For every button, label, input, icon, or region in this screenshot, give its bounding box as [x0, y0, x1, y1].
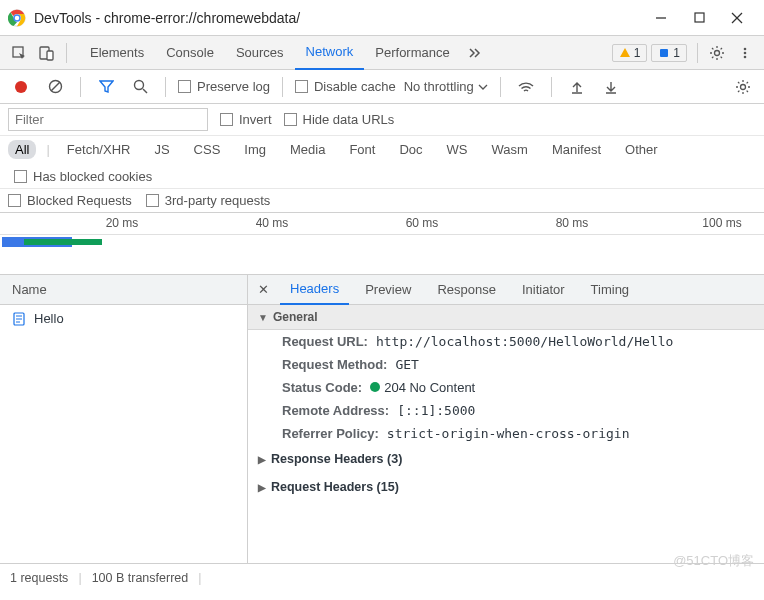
- request-headers-label: Request Headers (15): [271, 480, 399, 494]
- kebab-icon[interactable]: [732, 40, 758, 66]
- type-wasm[interactable]: Wasm: [485, 140, 535, 159]
- svg-point-14: [744, 55, 747, 58]
- timeline-tick: 60 ms: [406, 216, 439, 230]
- chrome-logo-icon: [8, 9, 26, 27]
- throttling-value: No throttling: [404, 79, 474, 94]
- detail-tab-timing[interactable]: Timing: [581, 275, 640, 305]
- options-row: Blocked Requests 3rd-party requests: [0, 189, 764, 213]
- response-headers-label: Response Headers (3): [271, 452, 402, 466]
- throttling-select[interactable]: No throttling: [404, 79, 488, 94]
- tab-network[interactable]: Network: [295, 36, 365, 70]
- detail-tab-headers[interactable]: Headers: [280, 275, 349, 305]
- warning-badge[interactable]: 1: [612, 44, 648, 62]
- svg-point-11: [715, 50, 720, 55]
- kv-referrer-policy: Referrer Policy:strict-origin-when-cross…: [248, 422, 764, 445]
- hide-data-urls-checkbox[interactable]: Hide data URLs: [284, 112, 395, 127]
- invert-label: Invert: [239, 112, 272, 127]
- timeline-tick: 20 ms: [106, 216, 139, 230]
- close-button[interactable]: [718, 2, 756, 34]
- status-requests: 1 requests: [10, 571, 68, 585]
- kv-remote-address: Remote Address:[::1]:5000: [248, 399, 764, 422]
- titlebar: DevTools - chrome-error://chromewebdata/: [0, 0, 764, 36]
- tab-performance[interactable]: Performance: [364, 36, 460, 70]
- timeline-tick: 40 ms: [256, 216, 289, 230]
- blocked-requests-label: Blocked Requests: [27, 193, 132, 208]
- request-headers-section[interactable]: ▶Request Headers (15): [248, 473, 764, 501]
- request-detail-pane: ✕ Headers Preview Response Initiator Tim…: [248, 275, 764, 563]
- type-css[interactable]: CSS: [187, 140, 228, 159]
- svg-rect-4: [695, 13, 704, 22]
- type-manifest[interactable]: Manifest: [545, 140, 608, 159]
- triangle-down-icon: ▼: [258, 312, 268, 323]
- separator: [697, 43, 698, 63]
- timeline[interactable]: 20 ms 40 ms 60 ms 80 ms 100 ms: [0, 213, 764, 275]
- info-count: 1: [673, 46, 680, 60]
- type-doc[interactable]: Doc: [392, 140, 429, 159]
- tab-console[interactable]: Console: [155, 36, 225, 70]
- record-button[interactable]: [8, 74, 34, 100]
- invert-checkbox[interactable]: Invert: [220, 112, 272, 127]
- type-all[interactable]: All: [8, 140, 36, 159]
- filter-input[interactable]: [8, 108, 208, 131]
- clear-button[interactable]: [42, 74, 68, 100]
- issue-badges[interactable]: 1 1: [612, 44, 687, 62]
- type-font[interactable]: Font: [342, 140, 382, 159]
- status-bar: 1 requests | 100 B transferred |: [0, 563, 764, 591]
- preserve-log-checkbox[interactable]: Preserve log: [178, 79, 270, 94]
- type-ws[interactable]: WS: [440, 140, 475, 159]
- maximize-button[interactable]: [680, 2, 718, 34]
- has-blocked-cookies-checkbox[interactable]: Has blocked cookies: [14, 169, 152, 184]
- detail-tab-initiator[interactable]: Initiator: [512, 275, 575, 305]
- triangle-right-icon: ▶: [258, 482, 266, 493]
- detail-tabs: ✕ Headers Preview Response Initiator Tim…: [248, 275, 764, 305]
- type-img[interactable]: Img: [237, 140, 273, 159]
- main-tabs: Elements Console Sources Network Perform…: [79, 36, 610, 70]
- type-separator: |: [46, 142, 49, 157]
- triangle-right-icon: ▶: [258, 454, 266, 465]
- request-name: Hello: [34, 311, 64, 326]
- filter-icon[interactable]: [93, 74, 119, 100]
- separator: [66, 43, 67, 63]
- separator: [80, 77, 81, 97]
- info-badge[interactable]: 1: [651, 44, 687, 62]
- separator: [282, 77, 283, 97]
- svg-rect-10: [660, 49, 668, 57]
- device-toggle-icon[interactable]: [34, 40, 60, 66]
- disable-cache-label: Disable cache: [314, 79, 396, 94]
- inspect-element-icon[interactable]: [6, 40, 32, 66]
- svg-point-13: [744, 51, 747, 54]
- blocked-requests-checkbox[interactable]: Blocked Requests: [8, 193, 132, 208]
- split-panes: Name Hello ✕ Headers Preview Response In…: [0, 275, 764, 563]
- watermark: @51CTO博客: [673, 552, 754, 570]
- detail-tab-preview[interactable]: Preview: [355, 275, 421, 305]
- warning-count: 1: [634, 46, 641, 60]
- has-blocked-label: Has blocked cookies: [33, 169, 152, 184]
- network-conditions-icon[interactable]: [513, 74, 539, 100]
- disable-cache-checkbox[interactable]: Disable cache: [295, 79, 396, 94]
- third-party-checkbox[interactable]: 3rd-party requests: [146, 193, 271, 208]
- network-toolbar: Preserve log Disable cache No throttling: [0, 70, 764, 104]
- more-tabs-icon[interactable]: [461, 40, 487, 66]
- request-list-header[interactable]: Name: [0, 275, 247, 305]
- general-section-header[interactable]: ▼General: [248, 305, 764, 330]
- type-js[interactable]: JS: [147, 140, 176, 159]
- tab-sources[interactable]: Sources: [225, 36, 295, 70]
- upload-har-icon[interactable]: [564, 74, 590, 100]
- type-media[interactable]: Media: [283, 140, 332, 159]
- kv-request-url: Request URL:http://localhost:5000/HelloW…: [248, 330, 764, 353]
- tab-elements[interactable]: Elements: [79, 36, 155, 70]
- type-fetchxhr[interactable]: Fetch/XHR: [60, 140, 138, 159]
- network-settings-icon[interactable]: [730, 74, 756, 100]
- settings-icon[interactable]: [704, 40, 730, 66]
- request-list-pane: Name Hello: [0, 275, 248, 563]
- svg-rect-9: [47, 51, 53, 60]
- type-other[interactable]: Other: [618, 140, 665, 159]
- close-detail-button[interactable]: ✕: [252, 282, 274, 297]
- minimize-button[interactable]: [642, 2, 680, 34]
- search-icon[interactable]: [127, 74, 153, 100]
- separator: [165, 77, 166, 97]
- download-har-icon[interactable]: [598, 74, 624, 100]
- request-row[interactable]: Hello: [0, 305, 247, 332]
- detail-tab-response[interactable]: Response: [427, 275, 506, 305]
- response-headers-section[interactable]: ▶Response Headers (3): [248, 445, 764, 473]
